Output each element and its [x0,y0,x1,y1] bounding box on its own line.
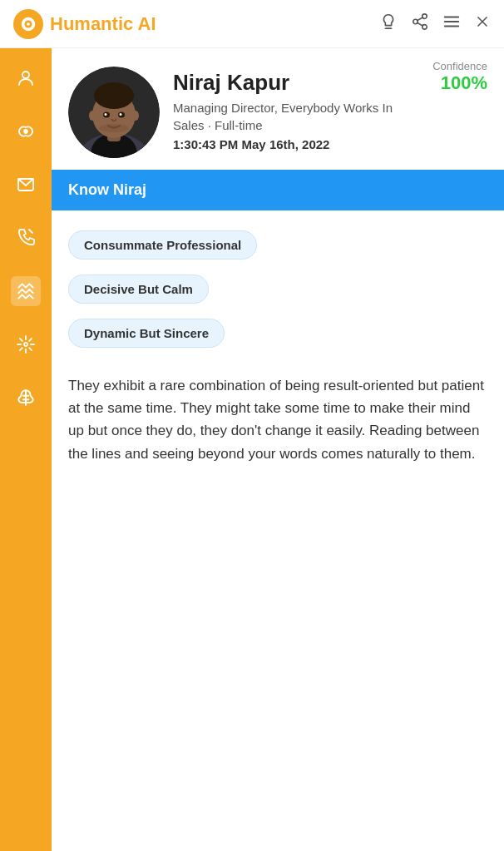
logo-icon [13,9,43,39]
svg-point-14 [22,72,29,78]
tag-consummate-professional[interactable]: Consummate Professional [68,230,257,260]
sidebar-item-relationships[interactable] [11,116,41,146]
svg-point-40 [105,113,107,116]
header-actions [379,12,491,35]
sidebar-item-person[interactable] [11,63,41,93]
header: Humantic AI [0,0,504,48]
profile-info: Niraj Kapur Managing Director, Everybody… [68,67,487,158]
sidebar [0,48,52,851]
profile-name: Niraj Kapur [173,70,413,96]
profile-section: Confidence 100% [52,48,504,170]
sidebar-item-phone[interactable] [11,223,41,253]
confidence-bar: Confidence 100% [432,60,487,94]
svg-point-42 [89,111,96,121]
svg-point-37 [97,83,131,100]
profile-job-title: Managing Director, Everybody Works In Sa… [173,99,413,134]
tag-row-3: Dynamic But Sincere [68,319,487,359]
main-layout: Confidence 100% [0,48,504,851]
profile-datetime: 1:30:43 PM May 16th, 2022 [173,137,413,151]
main-content: Confidence 100% [52,48,504,851]
tag-row-2: Decisive But Calm [68,275,487,315]
svg-point-15 [24,130,27,133]
svg-line-17 [29,230,32,233]
sidebar-item-integration[interactable] [11,329,41,359]
sidebar-item-deals[interactable] [11,276,41,306]
share-icon[interactable] [411,12,429,35]
svg-point-44 [99,124,129,132]
menu-icon[interactable] [442,12,461,35]
close-icon[interactable] [474,13,491,34]
know-description: They exhibit a rare combination of being… [68,374,487,465]
svg-point-2 [27,22,30,26]
tag-row-1: Consummate Professional [68,230,487,271]
bulb-icon[interactable] [379,12,398,35]
svg-line-25 [29,339,32,341]
sidebar-item-ai[interactable] [11,383,41,413]
know-section-header: Know Niraj [52,170,504,210]
avatar [68,67,160,158]
confidence-value: 100% [432,72,487,94]
confidence-label: Confidence [432,60,487,72]
know-section-body: Consummate Professional Decisive But Cal… [52,210,504,485]
sidebar-item-email[interactable] [11,170,41,200]
svg-point-18 [24,343,27,346]
svg-line-26 [20,348,22,350]
svg-point-41 [120,113,122,116]
svg-line-23 [20,339,22,341]
tag-dynamic-but-sincere[interactable]: Dynamic But Sincere [68,319,225,348]
svg-line-24 [29,348,32,350]
svg-line-8 [418,17,422,21]
app-title: Humantic AI [50,13,379,35]
svg-line-7 [418,22,422,26]
tag-decisive-but-calm[interactable]: Decisive But Calm [68,275,209,304]
svg-point-43 [132,111,139,121]
